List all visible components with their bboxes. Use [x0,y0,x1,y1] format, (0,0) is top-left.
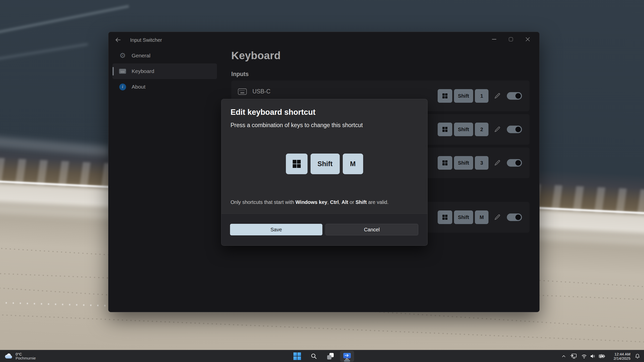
clock-date: 2/14/2025 [609,356,630,360]
input-switcher-window: Input Switcher ⚙ General [108,32,540,312]
input-switcher-taskbar-button[interactable] [340,351,354,362]
chevron-up-icon [561,354,566,358]
wifi-icon [581,354,587,359]
weather-widget[interactable]: 0°C Pochmurnie [3,350,38,362]
clock-time: 12:44 AM [609,352,630,356]
system-tray: 12:44 AM 2/14/2025 [561,350,640,362]
input-switcher-app-icon [343,353,351,360]
dialog-subtitle: Press a combination of keys to change th… [231,122,363,129]
dialog-validity-note: Only shortcuts that start with Windows k… [231,199,389,205]
task-view-button[interactable] [323,351,337,362]
taskbar-center [290,350,354,362]
weather-condition: Pochmurnie [16,356,36,360]
notifications-button[interactable] [634,353,640,359]
win-key [286,154,308,174]
taskbar: 0°C Pochmurnie [0,350,644,362]
weather-temperature: 0°C [16,352,36,356]
task-view-icon [327,353,334,359]
dialog-shortcut-keys: Shift M [221,154,427,174]
clock[interactable]: 12:44 AM 2/14/2025 [609,352,630,360]
windows-logo-icon [293,160,301,168]
tray-overflow-button[interactable] [561,354,566,358]
weather-text: 0°C Pochmurnie [16,352,36,360]
battery-charging-icon [599,354,605,359]
windows-start-icon [293,352,301,360]
dialog-footer: Save Cancel [221,213,427,245]
dialog-title: Edit keyboard shortcut [231,108,316,117]
monitor-arrow-icon [570,353,577,359]
desktop: Input Switcher ⚙ General [0,0,644,362]
save-button[interactable]: Save [230,224,322,235]
edit-shortcut-dialog: Edit keyboard shortcut Press a combinati… [221,99,428,246]
search-button[interactable] [307,351,321,362]
volume-icon [590,354,596,359]
search-icon [311,353,317,359]
key-cap: M [343,154,363,174]
system-icons-button[interactable] [581,354,605,359]
cloud-icon [5,353,13,359]
bell-icon [634,353,640,359]
cancel-button[interactable]: Cancel [325,224,418,235]
active-app-indicator [344,360,350,361]
start-button[interactable] [290,351,304,362]
input-switcher-tray-button[interactable] [570,353,577,359]
shift-key: Shift [311,154,340,174]
